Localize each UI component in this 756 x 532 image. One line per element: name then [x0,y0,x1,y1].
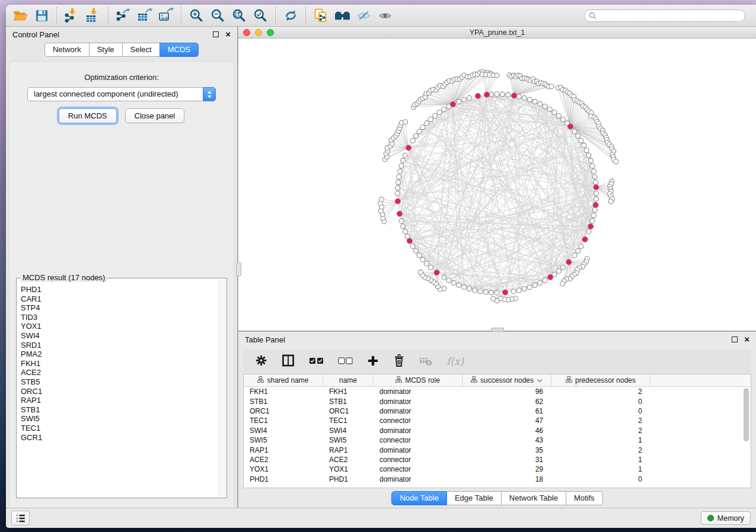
column-header-mcds-role[interactable]: MCDS role [374,374,462,386]
mcds-node[interactable]: STP4 [21,303,218,313]
table-row[interactable]: TEC1TEC1connector472 [244,416,742,425]
mcds-panel: Optimization criterion: largest connecte… [9,61,234,508]
table-splitter-grip[interactable] [491,328,504,332]
column-header-shared-name[interactable]: shared name [244,374,323,386]
search-input[interactable] [599,11,741,20]
mcds-node[interactable]: PHD1 [21,285,218,294]
float-table-panel-icon[interactable] [732,336,738,342]
table-row[interactable]: YOX1YOX1connector291 [244,464,742,474]
cell-successor-nodes: 35 [462,446,551,454]
cell-shared-name: ACE2 [244,456,323,464]
sort-chevron-icon[interactable] [537,376,543,384]
table-row[interactable]: RAP1RAP1dominator352 [244,445,742,454]
tab-select[interactable]: Select [122,43,160,57]
tab-motifs[interactable]: Motifs [566,491,603,505]
tab-network-table[interactable]: Network Table [501,491,566,505]
float-panel-icon[interactable] [213,31,219,37]
table-row[interactable]: FKH1FKH1dominator962 [244,387,742,396]
tab-edge-table[interactable]: Edge Table [446,491,502,505]
toolbar-separator [181,7,181,24]
cell-successor-nodes: 61 [462,407,551,415]
show-columns-icon[interactable] [282,354,295,368]
delete-column-icon[interactable] [393,354,405,369]
main-toolbar [6,5,756,27]
show-all-icon[interactable] [374,7,395,24]
tab-network[interactable]: Network [44,43,90,57]
mcds-node[interactable]: STB5 [21,377,218,387]
memory-button[interactable]: Memory [701,511,751,525]
add-column-icon[interactable] [367,355,379,368]
zoom-in-icon[interactable] [186,7,207,24]
cell-mcds-role: connector [374,465,462,473]
mcds-node[interactable]: TEC1 [21,424,218,433]
mcds-node[interactable]: GCR1 [21,433,218,443]
table-row[interactable]: SWI5SWI5connector431 [244,435,742,445]
control-panel-title: Control Panel [12,30,59,39]
mcds-node[interactable]: SWI5 [21,414,218,424]
export-network-icon[interactable] [113,7,134,24]
memory-label: Memory [717,514,744,523]
save-session-icon[interactable] [31,7,52,24]
export-table-icon[interactable] [134,7,155,24]
column-header-successor-nodes[interactable]: successor nodes [462,374,551,386]
deselect-all-icon[interactable] [338,357,353,366]
mcds-node[interactable]: PMA2 [21,350,218,359]
export-image-icon[interactable] [155,7,177,24]
tab-node-table[interactable]: Node Table [391,491,447,505]
table-row[interactable]: SWI4SWI4dominator462 [244,426,742,435]
select-all-icon[interactable] [309,357,324,366]
zoom-out-icon[interactable] [207,7,228,24]
column-header-predecessor-nodes[interactable]: predecessor nodes [551,374,650,386]
close-panel-button[interactable]: Close panel [125,108,185,123]
mcds-node[interactable]: SWI4 [21,331,218,341]
mcds-node[interactable]: ACE2 [21,368,218,377]
open-file-icon[interactable] [9,7,31,24]
cell-predecessor-nodes: 2 [551,446,650,454]
table-scrollbar-thumb[interactable] [744,388,749,441]
find-icon[interactable] [331,7,353,24]
search-box[interactable] [584,9,745,22]
network-canvas[interactable] [238,39,756,331]
optimization-select[interactable]: largest connected component (undirected) [27,87,216,101]
cell-mcds-role: dominator [374,427,462,435]
close-table-panel-icon[interactable]: × [744,336,749,342]
clone-network-icon[interactable] [310,7,331,24]
cell-predecessor-nodes: 1 [551,465,650,473]
run-mcds-button[interactable]: Run MCDS [59,108,117,123]
tab-style[interactable]: Style [89,43,123,57]
mcds-node[interactable]: ORC1 [21,387,218,396]
import-table-icon[interactable] [82,7,104,24]
table-body: FKH1FKH1dominator962STB1STB1dominator620… [244,387,742,488]
table-row[interactable]: STB1STB1dominator620 [244,396,742,406]
network-window-titlebar[interactable]: YPA_prune.txt_1 [238,27,756,39]
select-stepper-icon [203,87,216,101]
column-header-name[interactable]: name [323,374,374,386]
mcds-node[interactable]: FKH1 [21,359,218,368]
refresh-icon[interactable] [280,7,301,24]
mcds-list-scrollbar[interactable] [219,279,226,497]
task-history-button[interactable] [11,511,30,525]
network-graph[interactable] [238,39,756,331]
close-panel-icon[interactable]: × [225,31,231,37]
mcds-node[interactable]: SRD1 [21,341,218,350]
hide-selected-icon[interactable] [353,7,374,24]
import-network-icon[interactable] [61,7,82,24]
mcds-node[interactable]: RAP1 [21,396,218,405]
table-row[interactable]: ORC1ORC1dominator610 [244,406,742,416]
mcds-node[interactable]: TID3 [21,313,218,322]
zoom-selected-icon[interactable] [250,7,271,24]
tab-mcds[interactable]: MCDS [160,43,199,57]
table-row[interactable]: PHD1PHD1dominator180 [244,475,742,484]
mcds-node[interactable]: CAR1 [21,294,218,304]
mcds-result-list[interactable]: PHD1CAR1STP4TID3YOX1SWI4SRD1PMA2FKH1ACE2… [17,278,227,498]
mcds-node[interactable]: YOX1 [21,322,218,331]
panel-splitter-grip[interactable] [236,262,241,276]
cell-successor-nodes: 43 [462,436,551,444]
task-list-icon [15,514,26,523]
table-settings-icon[interactable] [255,354,267,368]
zoom-fit-icon[interactable] [228,7,250,24]
cell-successor-nodes: 31 [462,456,551,464]
table-row[interactable]: ACE2ACE2connector311 [244,455,742,464]
mcds-node[interactable]: STB1 [21,405,218,415]
table-scrollbar[interactable] [744,388,749,486]
